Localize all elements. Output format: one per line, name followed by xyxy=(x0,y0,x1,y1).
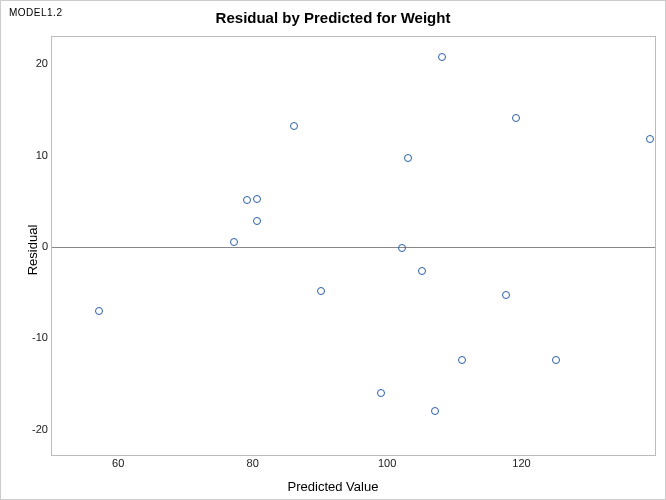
y-tick-label: -10 xyxy=(26,331,48,343)
zero-reference-line xyxy=(52,247,655,248)
data-point xyxy=(253,217,261,225)
data-point xyxy=(458,356,466,364)
data-point xyxy=(377,389,385,397)
data-point xyxy=(418,267,426,275)
y-tick-label: 20 xyxy=(26,57,48,69)
data-point xyxy=(243,196,251,204)
x-axis-ticks: 6080100120 xyxy=(51,457,656,473)
data-point xyxy=(512,114,520,122)
data-point xyxy=(404,154,412,162)
y-tick-label: -20 xyxy=(26,423,48,435)
chart-title: Residual by Predicted for Weight xyxy=(1,9,665,26)
data-point xyxy=(317,287,325,295)
data-point xyxy=(230,238,238,246)
x-tick-label: 60 xyxy=(112,457,124,469)
plot-area xyxy=(51,36,656,456)
x-tick-label: 100 xyxy=(378,457,396,469)
data-point xyxy=(95,307,103,315)
y-tick-label: 10 xyxy=(26,149,48,161)
data-point xyxy=(290,122,298,130)
x-tick-label: 120 xyxy=(512,457,530,469)
x-axis-label: Predicted Value xyxy=(1,479,665,494)
data-point xyxy=(646,135,654,143)
data-point xyxy=(552,356,560,364)
chart-frame: MODEL1.2 Residual by Predicted for Weigh… xyxy=(0,0,666,500)
data-point xyxy=(253,195,261,203)
data-point xyxy=(398,244,406,252)
y-axis-label: Residual xyxy=(25,225,40,276)
data-point xyxy=(438,53,446,61)
x-tick-label: 80 xyxy=(247,457,259,469)
data-point xyxy=(431,407,439,415)
data-point xyxy=(502,291,510,299)
